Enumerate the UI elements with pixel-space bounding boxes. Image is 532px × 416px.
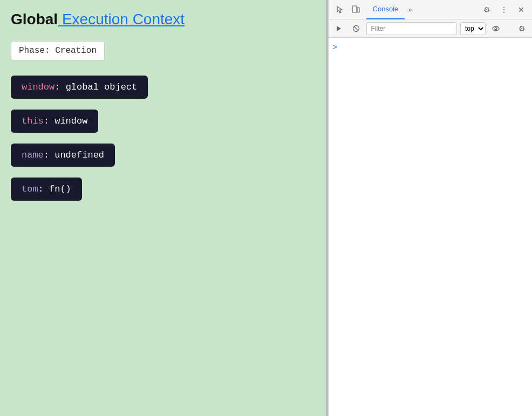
phase-badge: Phase: Creation	[11, 41, 105, 60]
svg-line-4	[354, 26, 358, 31]
devtools-tabs: Console »	[366, 0, 478, 19]
devtools-settings-area: ⚙ ⋮ ✕	[479, 2, 529, 17]
svg-point-5	[493, 26, 499, 31]
this-value: window	[54, 116, 87, 126]
svg-rect-1	[357, 8, 359, 12]
window-badge: window: global object	[11, 76, 148, 99]
play-icon[interactable]	[332, 22, 346, 36]
close-icon[interactable]: ✕	[514, 2, 529, 17]
console-caret[interactable]: >	[329, 41, 532, 54]
eye-icon[interactable]	[489, 22, 503, 36]
tom-badge: tom: fn()	[11, 178, 82, 201]
tab-more-button[interactable]: »	[405, 5, 415, 13]
devtools-second-toolbar: top ⚙	[329, 19, 532, 38]
toolbar2-spacer	[506, 22, 511, 36]
tom-value: fn()	[49, 184, 71, 194]
filter-input[interactable]	[366, 22, 457, 35]
device-icon[interactable]	[348, 2, 363, 17]
title-link[interactable]: Execution Context	[58, 11, 185, 28]
name-key: name	[22, 150, 44, 160]
this-badge: this: window	[11, 110, 98, 133]
devtools-panel: Console » ⚙ ⋮ ✕ top	[328, 0, 532, 416]
window-key: window	[22, 82, 54, 92]
gear2-icon[interactable]: ⚙	[515, 22, 529, 36]
tab-console[interactable]: Console	[366, 0, 405, 19]
block-icon[interactable]	[349, 22, 363, 36]
settings-gear-icon[interactable]: ⚙	[479, 2, 494, 17]
cursor-icon[interactable]	[332, 2, 347, 17]
name-value: undefined	[54, 150, 104, 160]
svg-point-6	[495, 28, 497, 30]
this-key: this	[22, 116, 44, 126]
phase-label: Phase: Creation	[19, 46, 97, 56]
tom-key: tom	[22, 184, 38, 194]
svg-marker-2	[337, 26, 341, 31]
top-dropdown[interactable]: top	[460, 22, 486, 35]
title-bold: Global	[11, 11, 58, 28]
name-badge: name: undefined	[11, 144, 115, 167]
page-title: Global Execution Context	[11, 11, 315, 28]
devtools-top-toolbar: Console » ⚙ ⋮ ✕	[329, 0, 532, 19]
left-panel: Global Execution Context Phase: Creation…	[0, 0, 326, 416]
console-content: >	[329, 38, 532, 416]
badges-container: window: global object this: window name:…	[11, 76, 315, 208]
svg-rect-0	[352, 6, 357, 12]
more-vert-icon[interactable]: ⋮	[496, 2, 511, 17]
window-value: global object	[66, 82, 138, 92]
